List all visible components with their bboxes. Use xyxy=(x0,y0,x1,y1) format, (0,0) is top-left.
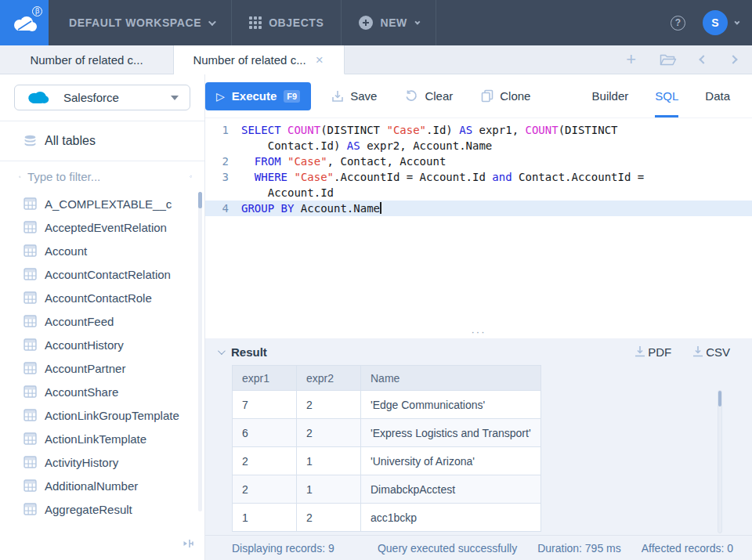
code-line[interactable]: Contact.Id) AS expr2, Account.Name xyxy=(205,138,752,154)
table-list-item[interactable]: Account xyxy=(0,239,204,262)
table-cell[interactable]: 2 xyxy=(233,475,297,504)
table-name: ActionLinkGroupTemplate xyxy=(45,409,179,422)
table-cell[interactable]: 2 xyxy=(297,419,361,447)
column-header[interactable]: expr2 xyxy=(297,366,361,391)
code-line[interactable]: 3 WHERE "Case".AccountId = Account.Id an… xyxy=(205,169,752,185)
sql-editor[interactable]: 1 SELECT COUNT(DISTINCT "Case".Id) AS ex… xyxy=(205,117,752,331)
all-tables-item[interactable]: All tables xyxy=(0,121,204,161)
table-cell[interactable]: 2 xyxy=(297,391,361,419)
filter-input[interactable] xyxy=(27,170,183,183)
workspace-menu[interactable]: DEFAULT WORKSPACE xyxy=(49,0,231,45)
table-list-item[interactable]: A_COMPLEXTABLE__c xyxy=(0,192,204,215)
result-title: Result xyxy=(231,345,267,359)
column-header[interactable]: Name xyxy=(361,366,541,391)
scrollbar-thumb[interactable] xyxy=(718,391,721,406)
refresh-icon[interactable] xyxy=(190,170,192,183)
account-menu[interactable]: S xyxy=(703,0,738,45)
table-cell[interactable]: 1 xyxy=(233,504,297,532)
code-line[interactable]: Account.Id xyxy=(205,185,752,201)
save-button[interactable]: Save xyxy=(331,89,377,103)
table-icon xyxy=(24,338,37,351)
copy-icon xyxy=(481,89,494,103)
table-row[interactable]: 62'Express Logistics and Transport' xyxy=(233,419,541,447)
panel-splitter[interactable]: ··· xyxy=(205,331,752,338)
save-label: Save xyxy=(350,89,377,103)
tab-sql[interactable]: SQL xyxy=(655,74,678,117)
table-cell[interactable]: 'Express Logistics and Transport' xyxy=(361,419,541,447)
execute-button[interactable]: ▷ Execute F9 xyxy=(205,82,311,110)
result-table-header-row: expr1expr2Name xyxy=(233,366,541,391)
table-cell[interactable]: 1 xyxy=(297,447,361,475)
table-cell[interactable]: DimabckpAcctest xyxy=(361,475,541,504)
table-cell[interactable]: 6 xyxy=(233,419,297,447)
table-cell[interactable]: 'Edge Communications' xyxy=(361,391,541,419)
app-logo[interactable]: β xyxy=(0,0,49,45)
table-list-item[interactable]: AcceptedEventRelation xyxy=(0,215,204,239)
table-list-item[interactable]: AccountHistory xyxy=(0,333,204,356)
table-list-item[interactable]: ActionLinkTemplate xyxy=(0,427,204,450)
table-name: A_COMPLEXTABLE__c xyxy=(45,197,172,211)
collapse-result-icon[interactable] xyxy=(218,347,226,355)
sidebar-scrollbar[interactable] xyxy=(198,192,202,511)
table-name: ActivityHistory xyxy=(45,456,118,469)
drag-handle-icon: ··· xyxy=(472,331,486,334)
text-cursor xyxy=(380,202,381,214)
table-row[interactable]: 12acc1bckp xyxy=(233,504,541,532)
table-icon xyxy=(24,409,37,421)
table-row[interactable]: 21'University of Arizona' xyxy=(233,447,541,475)
column-header[interactable]: expr1 xyxy=(233,366,297,391)
prev-tab-button[interactable] xyxy=(700,56,707,63)
download-icon xyxy=(634,345,646,358)
export-csv-button[interactable]: CSV xyxy=(692,345,730,359)
code-text: GROUP BY Account.Name xyxy=(241,201,381,216)
tab-data[interactable]: Data xyxy=(705,74,730,117)
table-cell[interactable]: acc1bckp xyxy=(361,504,541,532)
table-cell[interactable]: 1 xyxy=(297,475,361,504)
query-tab-2-active[interactable]: Number of related c... × xyxy=(174,45,345,74)
table-cell[interactable]: 2 xyxy=(233,447,297,475)
code-line[interactable]: 2 FROM "Case", Contact, Account xyxy=(205,154,752,169)
table-icon xyxy=(24,432,37,445)
table-list-item[interactable]: AccountContactRelation xyxy=(0,262,204,286)
table-list-item[interactable]: AccountContactRole xyxy=(0,286,204,309)
table-name: Account xyxy=(45,244,87,258)
search-icon xyxy=(19,171,21,183)
table-cell[interactable]: 7 xyxy=(233,391,297,419)
grid-icon xyxy=(249,16,262,29)
line-number xyxy=(205,185,241,201)
help-button[interactable]: ? xyxy=(671,0,685,45)
scrollbar-thumb[interactable] xyxy=(198,192,202,208)
close-icon[interactable]: × xyxy=(314,52,325,68)
next-tab-button[interactable] xyxy=(730,56,736,63)
open-folder-button[interactable] xyxy=(660,53,677,67)
result-scrollbar[interactable] xyxy=(718,390,722,533)
clone-button[interactable]: Clone xyxy=(481,89,530,103)
table-list-item[interactable]: AccountShare xyxy=(0,380,204,403)
code-line[interactable]: 1 SELECT COUNT(DISTINCT "Case".Id) AS ex… xyxy=(205,122,752,138)
table-row[interactable]: 72'Edge Communications' xyxy=(233,391,541,419)
new-label: NEW xyxy=(380,16,407,29)
tables-list: A_COMPLEXTABLE__c AcceptedEventRelation … xyxy=(0,192,204,560)
table-list-item[interactable]: ActionLinkGroupTemplate xyxy=(0,403,204,427)
table-list-item[interactable]: AccountFeed xyxy=(0,309,204,333)
clear-button[interactable]: Clear xyxy=(405,89,453,103)
table-list-item[interactable]: AccountPartner xyxy=(0,356,204,380)
table-list-item[interactable]: AdditionalNumber xyxy=(0,474,204,497)
export-pdf-button[interactable]: PDF xyxy=(634,345,671,359)
query-tab-bar: Number of related c... Number of related… xyxy=(0,45,752,74)
table-cell[interactable]: 'University of Arizona' xyxy=(361,447,541,475)
new-menu[interactable]: NEW xyxy=(342,0,435,45)
table-icon xyxy=(24,197,37,210)
table-row[interactable]: 21DimabckpAcctest xyxy=(233,475,541,504)
table-list-item[interactable]: AggregateResult xyxy=(0,497,204,521)
collapse-sidebar-button[interactable] xyxy=(183,538,195,552)
table-cell[interactable]: 2 xyxy=(297,504,361,532)
code-line[interactable]: 4 GROUP BY Account.Name xyxy=(205,201,752,216)
tab-builder[interactable]: Builder xyxy=(592,74,629,117)
undo-icon xyxy=(405,89,418,103)
new-tab-button[interactable]: + xyxy=(626,51,636,68)
table-list-item[interactable]: ActivityHistory xyxy=(0,450,204,474)
connection-select[interactable]: Salesforce xyxy=(14,85,190,110)
objects-menu[interactable]: OBJECTS xyxy=(232,0,341,45)
query-tab-1[interactable]: Number of related c... xyxy=(0,45,174,74)
